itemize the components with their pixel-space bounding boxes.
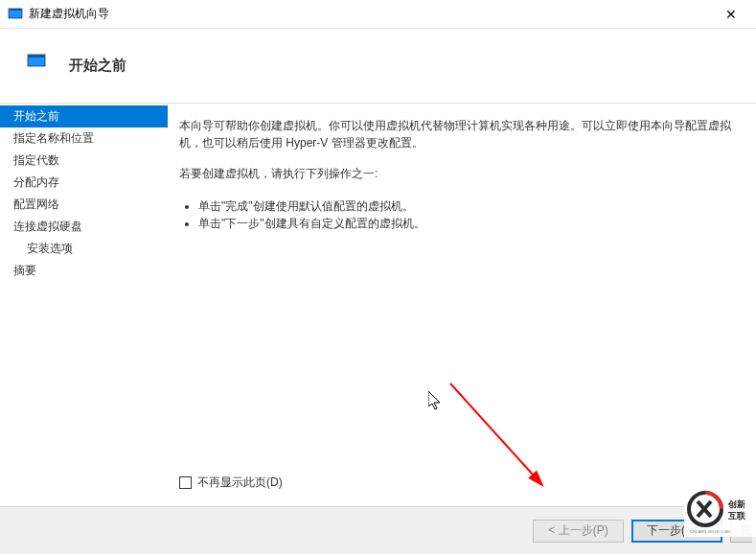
intro-paragraph: 本向导可帮助你创建虚拟机。你可以使用虚拟机代替物理计算机实现各种用途。可以立即使… — [179, 117, 745, 151]
wizard-body: 开始之前 指定名称和位置 指定代数 分配内存 配置网络 连接虚拟硬盘 安装选项 … — [0, 104, 756, 506]
button-label: < 上一步(P) — [548, 522, 607, 539]
wizard-header: 开始之前 — [0, 29, 756, 104]
sidebar-item-label: 连接虚拟硬盘 — [13, 220, 82, 233]
titlebar: 新建虚拟机向导 ✕ — [0, 0, 756, 29]
instruction-line: 若要创建虚拟机，请执行下列操作之一: — [179, 165, 745, 182]
sidebar-item-name-location[interactable]: 指定名称和位置 — [0, 127, 168, 150]
previous-button: < 上一步(P) — [533, 520, 624, 543]
sidebar-item-label: 指定名称和位置 — [13, 131, 94, 145]
sidebar-item-label: 配置网络 — [13, 197, 59, 211]
sidebar-item-summary[interactable]: 摘要 — [0, 260, 168, 282]
sidebar-item-label: 安装选项 — [27, 242, 73, 255]
sidebar-item-label: 摘要 — [13, 264, 36, 277]
instruction-bullets: 单击"完成"创建使用默认值配置的虚拟机。 单击"下一步"创建具有自定义配置的虚拟… — [179, 197, 745, 232]
watermark-logo: 创新 互联 CHUANG XIN HU LIAN — [684, 484, 756, 537]
wizard-content: 本向导可帮助你创建虚拟机。你可以使用虚拟机代替物理计算机实现各种用途。可以立即使… — [168, 104, 756, 506]
page-title: 开始之前 — [69, 57, 126, 75]
dont-show-again-checkbox[interactable] — [179, 476, 192, 489]
bullet-item: 单击"完成"创建使用默认值配置的虚拟机。 — [198, 197, 745, 215]
sidebar-item-label: 指定代数 — [13, 153, 59, 167]
app-icon — [8, 7, 23, 22]
window-title: 新建虚拟机向导 — [29, 6, 709, 22]
sidebar-item-vhd[interactable]: 连接虚拟硬盘 — [0, 216, 168, 238]
sidebar-item-install-options[interactable]: 安装选项 — [0, 238, 168, 260]
svg-text:创新: 创新 — [727, 499, 745, 509]
sidebar-item-memory[interactable]: 分配内存 — [0, 172, 168, 194]
sidebar-item-label: 开始之前 — [13, 109, 59, 123]
wizard-icon — [27, 52, 46, 71]
close-icon: ✕ — [725, 7, 737, 22]
wizard-footer: < 上一步(P) 下一步(N) > 完 — [0, 506, 756, 554]
step-sidebar: 开始之前 指定名称和位置 指定代数 分配内存 配置网络 连接虚拟硬盘 安装选项 … — [0, 104, 168, 506]
dont-show-again-row[interactable]: 不再显示此页(D) — [179, 474, 745, 497]
svg-text:CHUANG XIN HU LIAN: CHUANG XIN HU LIAN — [690, 529, 730, 534]
svg-text:互联: 互联 — [727, 511, 746, 521]
bullet-item: 单击"下一步"创建具有自定义配置的虚拟机。 — [198, 215, 745, 232]
sidebar-item-generation[interactable]: 指定代数 — [0, 150, 168, 172]
sidebar-item-label: 分配内存 — [13, 175, 59, 189]
svg-rect-1 — [9, 9, 22, 11]
sidebar-item-network[interactable]: 配置网络 — [0, 194, 168, 216]
sidebar-item-before-you-begin[interactable]: 开始之前 — [0, 105, 168, 127]
close-button[interactable]: ✕ — [709, 0, 752, 29]
svg-rect-3 — [28, 55, 45, 58]
dont-show-again-label: 不再显示此页(D) — [197, 474, 283, 491]
